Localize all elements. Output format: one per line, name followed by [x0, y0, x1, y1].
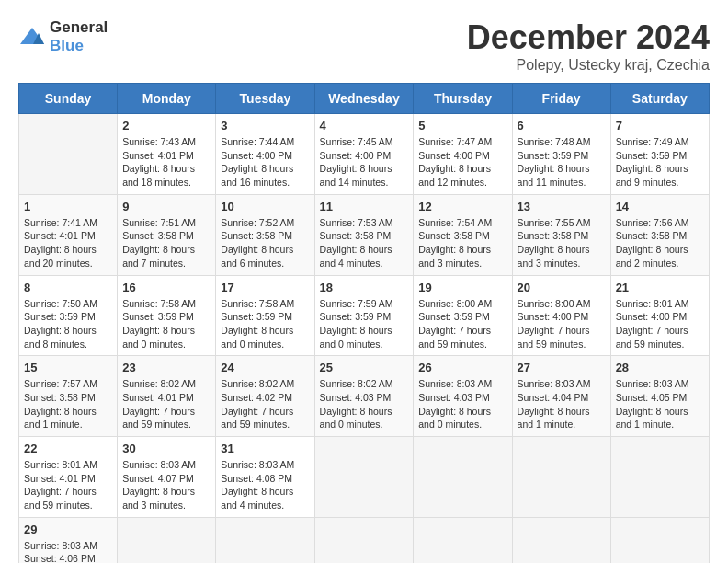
calendar-cell: 15Sunrise: 7:57 AM Sunset: 3:58 PM Dayli…: [19, 356, 118, 437]
day-info: Sunrise: 7:55 AM Sunset: 3:58 PM Dayligh…: [518, 216, 606, 270]
day-info: Sunrise: 8:02 AM Sunset: 4:01 PM Dayligh…: [122, 377, 210, 431]
calendar-cell: 12Sunrise: 7:54 AM Sunset: 3:58 PM Dayli…: [414, 194, 512, 275]
day-info: Sunrise: 7:45 AM Sunset: 4:00 PM Dayligh…: [320, 135, 409, 190]
day-info: Sunrise: 7:56 AM Sunset: 3:58 PM Dayligh…: [616, 216, 704, 270]
calendar-week-1: 1Sunrise: 7:41 AM Sunset: 4:01 PM Daylig…: [19, 194, 710, 275]
logo-text: General Blue: [50, 18, 108, 55]
calendar-cell: 28Sunrise: 8:03 AM Sunset: 4:05 PM Dayli…: [610, 356, 709, 437]
weekday-header-friday: Friday: [512, 84, 610, 114]
calendar-cell: 2Sunrise: 7:43 AM Sunset: 4:01 PM Daylig…: [118, 114, 216, 195]
calendar-week-2: 8Sunrise: 7:50 AM Sunset: 3:59 PM Daylig…: [19, 275, 710, 356]
day-info: Sunrise: 8:00 AM Sunset: 3:59 PM Dayligh…: [418, 297, 506, 351]
day-number: 22: [24, 442, 112, 455]
day-info: Sunrise: 8:02 AM Sunset: 4:02 PM Dayligh…: [221, 377, 309, 431]
day-info: Sunrise: 8:01 AM Sunset: 4:00 PM Dayligh…: [616, 297, 704, 351]
calendar-cell: 27Sunrise: 8:03 AM Sunset: 4:04 PM Dayli…: [512, 356, 610, 437]
day-number: 3: [221, 119, 309, 132]
month-title: December 2024: [467, 18, 710, 57]
day-info: Sunrise: 7:58 AM Sunset: 3:59 PM Dayligh…: [122, 297, 210, 351]
calendar-week-5: 29Sunrise: 8:03 AM Sunset: 4:06 PM Dayli…: [19, 517, 710, 563]
day-info: Sunrise: 7:49 AM Sunset: 3:59 PM Dayligh…: [616, 135, 704, 190]
logo-blue: Blue: [50, 37, 84, 54]
day-number: 9: [122, 200, 210, 213]
day-number: 23: [122, 361, 210, 374]
day-info: Sunrise: 7:41 AM Sunset: 4:01 PM Dayligh…: [24, 216, 112, 270]
day-info: Sunrise: 8:03 AM Sunset: 4:07 PM Dayligh…: [122, 458, 210, 512]
calendar-cell: 8Sunrise: 7:50 AM Sunset: 3:59 PM Daylig…: [19, 275, 118, 356]
day-number: 18: [320, 281, 409, 294]
day-info: Sunrise: 8:03 AM Sunset: 4:05 PM Dayligh…: [616, 377, 704, 431]
calendar-cell: 31Sunrise: 8:03 AM Sunset: 4:08 PM Dayli…: [216, 437, 314, 518]
calendar-cell: 10Sunrise: 7:52 AM Sunset: 3:58 PM Dayli…: [216, 194, 314, 275]
calendar-week-0: 2Sunrise: 7:43 AM Sunset: 4:01 PM Daylig…: [19, 114, 710, 195]
calendar-cell: 20Sunrise: 8:00 AM Sunset: 4:00 PM Dayli…: [512, 275, 610, 356]
day-number: 25: [320, 361, 409, 374]
day-number: 13: [518, 200, 606, 213]
calendar-cell: [118, 517, 216, 563]
day-info: Sunrise: 7:48 AM Sunset: 3:59 PM Dayligh…: [518, 135, 606, 190]
day-info: Sunrise: 8:00 AM Sunset: 4:00 PM Dayligh…: [518, 297, 606, 351]
calendar-cell: [610, 437, 709, 518]
day-number: 30: [122, 442, 210, 455]
day-info: Sunrise: 8:02 AM Sunset: 4:03 PM Dayligh…: [320, 377, 409, 431]
day-info: Sunrise: 7:50 AM Sunset: 3:59 PM Dayligh…: [24, 297, 112, 351]
day-number: 20: [518, 281, 606, 294]
day-info: Sunrise: 7:59 AM Sunset: 3:59 PM Dayligh…: [320, 297, 409, 351]
calendar-cell: 26Sunrise: 8:03 AM Sunset: 4:03 PM Dayli…: [414, 356, 512, 437]
day-info: Sunrise: 8:03 AM Sunset: 4:08 PM Dayligh…: [221, 458, 309, 512]
calendar-week-3: 15Sunrise: 7:57 AM Sunset: 3:58 PM Dayli…: [19, 356, 710, 437]
calendar-cell: 5Sunrise: 7:47 AM Sunset: 4:00 PM Daylig…: [414, 114, 512, 195]
title-section: December 2024 Polepy, Ustecky kraj, Czec…: [467, 18, 710, 74]
calendar-cell: 24Sunrise: 8:02 AM Sunset: 4:02 PM Dayli…: [216, 356, 314, 437]
calendar-cell: 9Sunrise: 7:51 AM Sunset: 3:58 PM Daylig…: [118, 194, 216, 275]
weekday-header-thursday: Thursday: [414, 84, 512, 114]
calendar: SundayMondayTuesdayWednesdayThursdayFrid…: [18, 83, 710, 563]
day-number: 21: [616, 281, 704, 294]
day-number: 28: [616, 361, 704, 374]
day-info: Sunrise: 7:43 AM Sunset: 4:01 PM Dayligh…: [122, 135, 210, 190]
calendar-cell: 6Sunrise: 7:48 AM Sunset: 3:59 PM Daylig…: [512, 114, 610, 195]
day-number: 4: [320, 119, 409, 132]
calendar-cell: 30Sunrise: 8:03 AM Sunset: 4:07 PM Dayli…: [118, 437, 216, 518]
day-number: 19: [418, 281, 506, 294]
day-info: Sunrise: 8:01 AM Sunset: 4:01 PM Dayligh…: [24, 458, 112, 512]
day-number: 11: [320, 200, 409, 213]
day-number: 8: [24, 281, 112, 294]
calendar-cell: 11Sunrise: 7:53 AM Sunset: 3:58 PM Dayli…: [314, 194, 414, 275]
calendar-cell: [314, 517, 414, 563]
day-number: 14: [616, 200, 704, 213]
day-info: Sunrise: 7:47 AM Sunset: 4:00 PM Dayligh…: [418, 135, 506, 190]
calendar-cell: [314, 437, 414, 518]
day-number: 17: [221, 281, 309, 294]
calendar-cell: [414, 517, 512, 563]
day-info: Sunrise: 7:51 AM Sunset: 3:58 PM Dayligh…: [122, 216, 210, 270]
calendar-cell: 3Sunrise: 7:44 AM Sunset: 4:00 PM Daylig…: [216, 114, 314, 195]
logo-general: General: [50, 18, 108, 36]
calendar-cell: 18Sunrise: 7:59 AM Sunset: 3:59 PM Dayli…: [314, 275, 414, 356]
day-number: 10: [221, 200, 309, 213]
day-info: Sunrise: 7:52 AM Sunset: 3:58 PM Dayligh…: [221, 216, 309, 270]
logo-icon: [18, 26, 46, 48]
day-number: 24: [221, 361, 309, 374]
weekday-header-saturday: Saturday: [610, 84, 709, 114]
calendar-cell: 23Sunrise: 8:02 AM Sunset: 4:01 PM Dayli…: [118, 356, 216, 437]
day-info: Sunrise: 7:57 AM Sunset: 3:58 PM Dayligh…: [24, 377, 112, 431]
logo: General Blue: [18, 18, 108, 55]
calendar-cell: 21Sunrise: 8:01 AM Sunset: 4:00 PM Dayli…: [610, 275, 709, 356]
day-info: Sunrise: 8:03 AM Sunset: 4:04 PM Dayligh…: [518, 377, 606, 431]
location-title: Polepy, Ustecky kraj, Czechia: [467, 57, 710, 74]
day-info: Sunrise: 7:58 AM Sunset: 3:59 PM Dayligh…: [221, 297, 309, 351]
calendar-cell: 4Sunrise: 7:45 AM Sunset: 4:00 PM Daylig…: [314, 114, 414, 195]
calendar-cell: 7Sunrise: 7:49 AM Sunset: 3:59 PM Daylig…: [610, 114, 709, 195]
day-number: 1: [24, 200, 112, 213]
day-number: 27: [518, 361, 606, 374]
day-number: 26: [418, 361, 506, 374]
calendar-cell: [216, 517, 314, 563]
day-number: 29: [24, 523, 112, 536]
calendar-cell: [610, 517, 709, 563]
weekday-header-monday: Monday: [118, 84, 216, 114]
weekday-header-row: SundayMondayTuesdayWednesdayThursdayFrid…: [19, 84, 710, 114]
day-number: 2: [122, 119, 210, 132]
calendar-cell: 1Sunrise: 7:41 AM Sunset: 4:01 PM Daylig…: [19, 194, 118, 275]
weekday-header-wednesday: Wednesday: [314, 84, 414, 114]
